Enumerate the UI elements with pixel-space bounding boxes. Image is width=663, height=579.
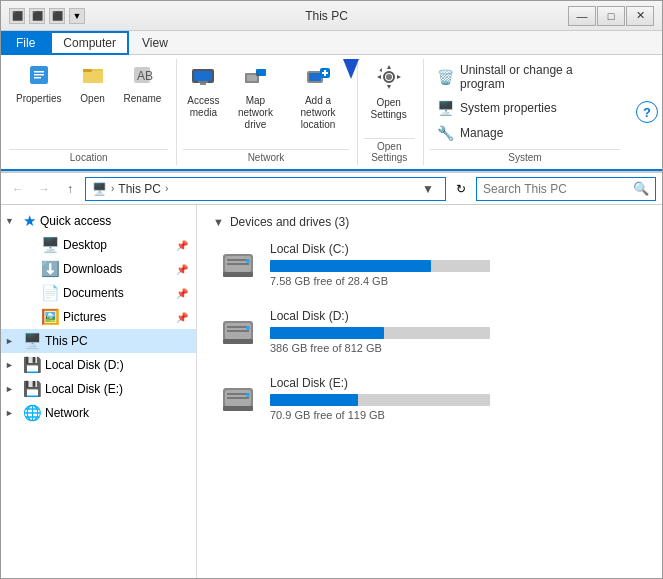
svg-rect-34	[227, 330, 249, 332]
sidebar-item-desktop[interactable]: 🖥️ Desktop 📌	[15, 233, 196, 257]
sidebar-item-downloads[interactable]: ⬇️ Downloads 📌	[15, 257, 196, 281]
up-button[interactable]: ↑	[59, 178, 81, 200]
system-properties-button[interactable]: 🖥️ System properties	[430, 96, 620, 120]
drive-d-info: Local Disk (D:) 386 GB free of 812 GB	[270, 309, 641, 354]
content-area: ▼ Devices and drives (3) Local	[197, 205, 662, 579]
rename-button[interactable]: AB Rename	[117, 59, 169, 145]
location-group-label: Location	[9, 149, 168, 165]
documents-label: Documents	[63, 286, 172, 300]
address-path[interactable]: 🖥️ › This PC › ▼	[85, 177, 446, 201]
open-button[interactable]: Open	[73, 59, 113, 145]
sidebar-item-local-d[interactable]: ► 💾 Local Disk (D:)	[1, 353, 196, 377]
search-input[interactable]	[483, 182, 633, 196]
downloads-label: Downloads	[63, 262, 172, 276]
map-network-label: Map networkdrive	[234, 95, 276, 131]
svg-point-24	[386, 74, 392, 80]
network-icon: 🌐	[23, 404, 41, 422]
properties-icon	[27, 63, 51, 91]
svg-text:AB: AB	[137, 69, 153, 83]
drive-d-icon	[218, 309, 258, 349]
system-items: 🗑️ Uninstall or change a program 🖥️ Syst…	[430, 59, 620, 147]
documents-icon: 📄	[41, 284, 59, 302]
tab-view[interactable]: View	[129, 31, 181, 55]
drive-e-bar-fill	[270, 394, 358, 406]
drive-e-icon	[218, 376, 258, 416]
this-pc-expander: ►	[5, 336, 19, 346]
local-e-icon: 💾	[23, 380, 41, 398]
sidebar-quick-access-header[interactable]: ▼ ★ Quick access	[1, 209, 196, 233]
local-d-expander: ►	[5, 360, 19, 370]
svg-rect-33	[227, 326, 249, 328]
network-label: Network	[45, 406, 188, 420]
svg-rect-27	[227, 259, 249, 261]
sidebar-item-network[interactable]: ► 🌐 Network	[1, 401, 196, 425]
svg-rect-36	[223, 339, 253, 344]
path-dropdown[interactable]: ▼	[417, 178, 439, 200]
search-icon: 🔍	[633, 181, 649, 196]
properties-button[interactable]: Properties	[9, 59, 69, 145]
drive-c-bar-fill	[270, 260, 431, 272]
map-network-drive-button[interactable]: Map networkdrive	[227, 59, 283, 145]
window-title: This PC	[91, 9, 562, 23]
local-e-label: Local Disk (E:)	[45, 382, 188, 396]
pictures-icon: 🖼️	[41, 308, 59, 326]
sidebar-item-pictures[interactable]: 🖼️ Pictures 📌	[15, 305, 196, 329]
system-props-label: System properties	[460, 101, 557, 115]
help-button[interactable]: ?	[636, 101, 658, 123]
this-pc-icon: 🖥️	[23, 332, 41, 350]
quick-access-icon[interactable]: ▼	[69, 8, 85, 24]
system-small-group: 🗑️ Uninstall or change a program 🖥️ Syst…	[430, 59, 620, 145]
access-media-button[interactable]: Accessmedia	[183, 59, 223, 145]
app-icon-1: ⬛	[9, 8, 25, 24]
rename-label: Rename	[124, 93, 162, 105]
section-chevron[interactable]: ▼	[213, 216, 224, 228]
main-layout: ▼ ★ Quick access 🖥️ Desktop 📌 ⬇️ Downloa…	[1, 205, 662, 579]
system-group-label: System	[430, 149, 620, 165]
tab-file[interactable]: File	[1, 31, 50, 55]
settings-label: OpenSettings	[371, 97, 407, 121]
arrow-pointer	[341, 57, 361, 82]
rename-icon: AB	[130, 63, 154, 91]
drive-e-item[interactable]: Local Disk (E:) 70.9 GB free of 119 GB	[213, 371, 646, 426]
refresh-button[interactable]: ↻	[450, 178, 472, 200]
sidebar-item-documents[interactable]: 📄 Documents 📌	[15, 281, 196, 305]
path-chevron: ›	[111, 183, 114, 194]
open-label: Open	[80, 93, 104, 105]
sidebar-item-local-e[interactable]: ► 💾 Local Disk (E:)	[1, 377, 196, 401]
sidebar-item-this-pc[interactable]: ► 🖥️ This PC	[1, 329, 196, 353]
close-button[interactable]: ✕	[626, 6, 654, 26]
add-network-location-button[interactable]: Add a networklocation	[288, 59, 349, 145]
maximize-button[interactable]: □	[597, 6, 625, 26]
drive-e-bar-bg	[270, 394, 490, 406]
drive-d-name: Local Disk (D:)	[270, 309, 641, 323]
settings-group-label: Open Settings	[364, 138, 415, 165]
pictures-label: Pictures	[63, 310, 172, 324]
open-settings-button[interactable]: OpenSettings	[364, 59, 414, 134]
quick-access-star-icon: ★	[23, 212, 36, 230]
drive-d-bar-fill	[270, 327, 384, 339]
tab-computer[interactable]: Computer	[50, 31, 129, 55]
forward-button[interactable]: →	[33, 178, 55, 200]
minimize-button[interactable]: —	[568, 6, 596, 26]
manage-button[interactable]: 🔧 Manage	[430, 121, 620, 145]
drive-e-free: 70.9 GB free of 119 GB	[270, 409, 641, 421]
uninstall-button[interactable]: 🗑️ Uninstall or change a program	[430, 59, 620, 95]
access-media-icon	[190, 63, 216, 93]
drive-d-item[interactable]: Local Disk (D:) 386 GB free of 812 GB	[213, 304, 646, 359]
ribbon-content-inner: Properties Open AB Rename	[1, 55, 632, 169]
local-e-expander: ►	[5, 384, 19, 394]
ribbon-group-system: 🗑️ Uninstall or change a program 🖥️ Syst…	[426, 59, 628, 165]
svg-rect-39	[227, 393, 249, 395]
app-icon-3: ⬛	[49, 8, 65, 24]
desktop-pin-icon: 📌	[176, 240, 188, 251]
drive-c-item[interactable]: Local Disk (C:) 7.58 GB free of 28.4 GB	[213, 237, 646, 292]
svg-rect-2	[34, 74, 44, 76]
title-icons: ⬛ ⬛ ⬛ ▼	[9, 8, 85, 24]
sidebar: ▼ ★ Quick access 🖥️ Desktop 📌 ⬇️ Downloa…	[1, 205, 197, 579]
search-box[interactable]: 🔍	[476, 177, 656, 201]
svg-rect-6	[83, 69, 92, 72]
drive-d-bar-bg	[270, 327, 490, 339]
back-button[interactable]: ←	[7, 178, 29, 200]
svg-rect-12	[198, 81, 208, 83]
ribbon-group-network: Accessmedia Map networkdrive	[179, 59, 357, 165]
